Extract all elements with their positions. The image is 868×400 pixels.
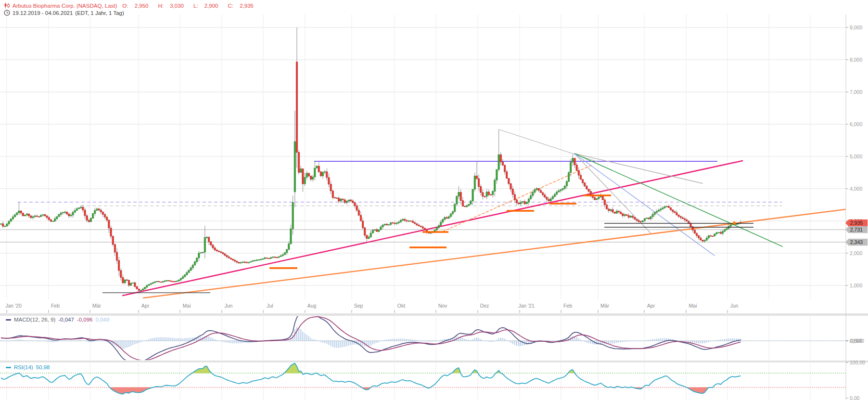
- rsi-oversold-fill: [687, 387, 713, 394]
- macd-signal-value: -0,096: [77, 317, 93, 323]
- open-value: 2,950: [135, 3, 149, 9]
- x-axis-month-label: Aug: [307, 303, 317, 309]
- x-axis-month-label: Apr: [647, 303, 655, 309]
- high-value: 3,030: [170, 3, 184, 9]
- ohlc-readout: O: 2,950H: 3,030L: 2,900C: 2,935: [122, 3, 263, 9]
- x-axis-month-label: Mai: [689, 303, 697, 309]
- y-axis-label: 2,000: [850, 250, 862, 256]
- y-axis-label: 0,00: [850, 395, 859, 400]
- date-range[interactable]: 19.12.2019 - 04.06.2021: [13, 10, 73, 16]
- rsi-legend[interactable]: RSI(14) 50,98: [3, 363, 53, 371]
- level-price-tag: 2,731: [845, 226, 868, 233]
- chart-application: Arbutus Biopharma Corp. (NASDAQ, Last) O…: [0, 0, 868, 400]
- last-price-tag: 2,935: [845, 219, 868, 227]
- rsi-value: 50,98: [36, 364, 50, 370]
- y-axis-label: 4,000: [850, 186, 862, 192]
- macd-value: -0,047: [58, 317, 74, 323]
- x-axis-month-label: Jul: [267, 303, 273, 309]
- rsi-oversold-fill: [110, 387, 153, 394]
- x-axis-month-label: Dez: [480, 303, 489, 309]
- low-value: 2,900: [204, 3, 218, 9]
- y-axis-label: 100,00: [850, 360, 865, 365]
- x-axis-month-label: Mai: [183, 303, 191, 309]
- x-axis-month-label: Sep: [354, 303, 363, 309]
- x-axis-month-label: Nov: [438, 303, 447, 309]
- x-axis-month-label: Jun: [225, 303, 233, 309]
- instrument-header: Arbutus Biopharma Corp. (NASDAQ, Last) O…: [4, 2, 263, 9]
- rsi-label: RSI(14): [14, 364, 33, 370]
- gray-downtrend-2: [574, 154, 702, 183]
- y-axis-label: 5,000: [850, 154, 862, 159]
- price-chart-canvas[interactable]: [0, 0, 868, 400]
- macd-label: MACD(12, 26, 9): [14, 317, 55, 323]
- macd-pane[interactable]: [0, 313, 846, 362]
- magenta-uptrend: [123, 161, 742, 296]
- x-axis-month-label: Feb: [51, 303, 60, 309]
- x-axis-month-label: Jun: [730, 303, 739, 309]
- x-axis-month-label: Mär: [600, 303, 609, 309]
- x-axis-month-label: Mär: [92, 303, 101, 309]
- date-range-header: 19.12.2019 - 04.06.2021 (EDT, 1 Jahr, 1 …: [4, 10, 124, 16]
- macd-histogram: [0, 327, 741, 349]
- y-axis-label: 7,000: [850, 89, 862, 95]
- macd-legend-swatch: [6, 319, 11, 321]
- close-value: 2,935: [240, 3, 254, 9]
- instrument-name[interactable]: Arbutus Biopharma Corp. (NASDAQ, Last): [13, 3, 117, 9]
- clock-icon: [4, 10, 10, 16]
- x-axis-month-label: Jan '21: [518, 303, 535, 309]
- y-axis-label: 1,000: [850, 283, 862, 288]
- y-axis-label: 8,000: [850, 57, 862, 63]
- rsi-legend-swatch: [6, 367, 11, 368]
- pane-separators: [0, 313, 868, 362]
- x-axis-month-label: Apr: [141, 303, 149, 309]
- level-price-tag: 2,343: [845, 239, 868, 246]
- y-axis-label: 6,000: [850, 121, 862, 127]
- y-axis-label: -0,500: [850, 338, 864, 344]
- x-axis-month-label: Jan '20: [5, 303, 22, 309]
- rsi-line: [1, 363, 740, 394]
- y-axis-label: 9,000: [850, 25, 862, 30]
- macd-legend[interactable]: MACD(12, 26, 9) -0,047 -0,096 0,049: [3, 316, 113, 323]
- macd-hist-value: 0,049: [96, 317, 110, 323]
- timeframe-settings[interactable]: (EDT, 1 Jahr, 1 Tag): [75, 10, 124, 16]
- x-axis-month-label: Okt: [397, 303, 405, 309]
- trend-lines[interactable]: [123, 129, 845, 298]
- rsi-pane[interactable]: [0, 363, 846, 394]
- x-axis-month-label: Feb: [563, 303, 572, 309]
- candlestick-icon: [4, 2, 10, 9]
